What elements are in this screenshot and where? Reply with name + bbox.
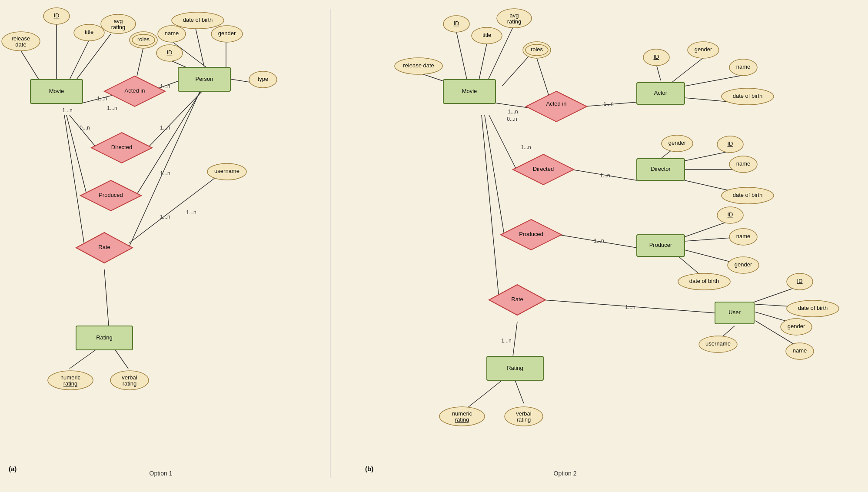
attr-person-name-label: name [165,30,179,37]
card-rate-person: 1...n [160,214,170,220]
attr2-rating-numrating-label: numeric [452,410,472,417]
card2-rate-user: 1...n [625,304,635,310]
attr2-movie-avgrating-label2: rating [507,18,522,25]
attr-person-gender-label: gender [218,30,236,37]
card-directed-person: 1...n [160,125,170,131]
attr-person-type-label: type [258,76,269,82]
card2-movie-actedin2: 0...n [507,116,517,122]
option2-label: Option 2 [554,470,577,477]
entity-actor-label: Actor [654,90,668,96]
relation-directed-label: Directed [111,144,132,150]
attr2-actor-gender-label: gender [695,46,712,53]
attr-rating-numrating-label2: rating [63,380,78,387]
attr2-producer-id-label: ID [728,211,733,218]
attr2-rating-verbalrating-label2: rating [517,416,531,423]
attr-rating-numrating-label: numeric [60,374,81,381]
entity-rating-label: Rating [96,334,113,341]
entity-person-label: Person [195,76,213,82]
card-rate-username: 1...n [186,209,196,216]
card2-movie-actedin: 1...n [508,109,518,115]
card2-rate-rating: 1...n [501,338,511,344]
entity-movie2-label: Movie [462,88,477,94]
attr2-actor-dob-label: date of birth [733,93,763,99]
card2-movie-directed: 1...n [521,144,531,150]
attr2-user-gender-label: gender [788,323,805,329]
entity-director-label: Director [651,166,671,172]
attr-person-id-label: ID [167,49,173,56]
attr2-director-name-label: name [736,160,751,167]
attr2-rating-verbalrating-label: verbal [516,410,532,417]
option1-label: Option 1 [150,470,173,477]
relation-directed2-label: Directed [533,166,554,172]
entity-rating2-label: Rating [507,365,523,371]
card-actedin-person: 1...n [160,83,170,90]
attr-rating-verbalrating-label2: rating [123,380,137,387]
relation-produced2-label: Produced [519,231,543,237]
relation-rate-label: Rate [98,244,110,250]
relation-actedin-label: Acted in [125,87,145,94]
section-a-label: (a) [9,465,17,472]
attr2-user-dob-label: date of birth [798,305,828,311]
entity-movie-label: Movie [49,88,64,94]
card2-directed-director: 1...n [600,173,610,179]
section-b-label: (b) [365,465,373,472]
card-movie-directed2: 1...n [62,107,72,113]
card-movie-directed: 0...n [80,125,90,131]
entity-producer-label: Producer [649,242,672,248]
attr2-director-gender-label: gender [668,140,686,146]
attr-actedin-roles-label: roles [137,36,150,43]
attr2-movie-avgrating-label: avg [510,12,519,19]
er-diagram: (a) Option 1 1...n 1...n 1...n 1...n 0..… [0,0,868,492]
attr2-director-dob-label: date of birth [733,192,763,198]
relation-rate2-label: Rate [511,296,523,303]
attr-movie-releasedate-label: release [12,35,30,42]
card-movie-actedin2: 1...n [107,105,117,111]
card-movie-actedin: 1...n [97,96,107,102]
attr2-producer-dob-label: date of birth [689,278,719,284]
attr-movie-avgrating-label: avg [114,18,123,24]
attr-person-dob-label: date of birth [183,17,213,23]
attr2-movie-id-label: ID [454,20,459,27]
card2-produced-producer: 1...n [594,238,604,244]
attr2-actor-id-label: ID [654,53,659,60]
attr2-producer-name-label: name [736,233,751,239]
attr-movie-releasedate-label2: date [15,41,26,48]
relation-produced-label: Produced [99,192,123,198]
relation-actedin2-label: Acted in [546,100,567,107]
attr-movie-id-label: ID [54,12,60,19]
attr-movie-avgrating-label2: rating [111,24,126,30]
attr2-movie-releasedate-label: release date [403,62,434,69]
attr2-user-id-label: ID [797,278,803,284]
attr2-director-id-label: ID [728,140,733,147]
attr-rating-verbalrating-label: verbal [122,374,137,381]
attr-rate-username-label: username [214,168,239,174]
attr2-actor-name-label: name [736,63,751,70]
attr2-movie-title-label: title [482,32,491,38]
attr2-user-name-label: name [793,347,807,354]
entity-user-label: User [728,309,741,316]
attr2-user-username-label: username [705,340,731,347]
attr2-rating-numrating-label2: rating [455,416,469,423]
attr2-actedin-roles-label: roles [531,46,543,53]
card2-actedin-actor: 1...n [603,101,613,107]
attr-movie-title-label: title [85,29,93,35]
attr2-producer-gender-label: gender [735,261,752,268]
